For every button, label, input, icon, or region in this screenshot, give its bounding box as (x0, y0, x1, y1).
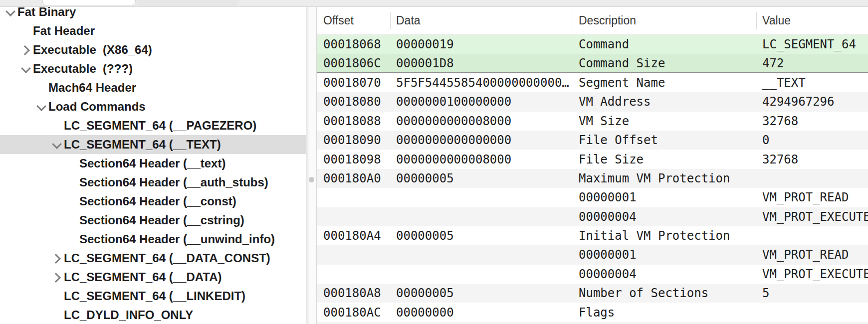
tree-item[interactable]: Section64 Header (__text) (0, 154, 306, 173)
app-window: Fat BinaryFat HeaderExecutable (X86_64)E… (0, 0, 868, 324)
column-header-description[interactable]: Description (573, 14, 756, 27)
tree-item[interactable]: Section64 Header (__auth_stubs) (0, 173, 306, 192)
no-chevron (51, 287, 64, 306)
cell-description: File Offset (573, 133, 756, 147)
tree-item[interactable]: LC_SEGMENT_64 (__PAGEZERO) (0, 116, 306, 135)
cell-description: VM Address (573, 95, 756, 109)
column-header-offset[interactable]: Offset (317, 14, 390, 27)
table-row[interactable]: 000180A000000005Maximum VM Protection (317, 169, 868, 188)
cell-value: 4294967296 (756, 95, 868, 109)
cell-description: Command Size (573, 56, 756, 70)
cell-description: Number of Sections (573, 286, 756, 300)
table-row[interactable]: 000180705F5F5445585400000000000…Segment … (317, 73, 868, 92)
cell-description: VM Size (573, 114, 756, 128)
table-row[interactable]: 000180800000000100000000VM Address429496… (317, 92, 868, 111)
column-header-value[interactable]: Value (756, 14, 868, 27)
chevron-right-icon[interactable] (51, 249, 64, 268)
cell-data: 00000005 (390, 286, 573, 300)
column-separator[interactable] (390, 12, 391, 29)
cell-value: VM_PROT_READ (756, 190, 868, 204)
table-row[interactable]: 000180A400000005Initial VM Protection (317, 226, 868, 245)
cell-data: 0000000100000000 (390, 95, 573, 109)
chevron-down-icon[interactable] (20, 59, 33, 78)
tree-item-label: Section64 Header (__unwind_info) (79, 232, 275, 246)
tree-item[interactable]: Executable (???) (0, 59, 306, 78)
table-row[interactable]: 000180980000000000008000File Size32768 (317, 150, 868, 168)
column-separator[interactable] (756, 12, 757, 29)
no-chevron (20, 21, 33, 40)
column-header-data[interactable]: Data (390, 14, 573, 27)
table-row[interactable]: 000180880000000000008000VM Size32768 (317, 112, 868, 131)
detail-table: OffsetDataDescriptionValue 0001806800000… (317, 7, 868, 324)
table-body: 0001806800000019CommandLC_SEGMENT_640001… (317, 35, 868, 322)
cell-value: 5 (756, 286, 868, 300)
cell-value: 0 (756, 133, 868, 147)
tree-item-label: Executable (X86_64) (33, 43, 152, 57)
tree-item-label: Section64 Header (__auth_stubs) (79, 175, 268, 189)
cell-offset: 00018098 (317, 153, 390, 166)
chevron-down-icon[interactable] (35, 97, 48, 116)
tree-item[interactable]: Section64 Header (__unwind_info) (0, 230, 306, 249)
split-divider[interactable] (306, 7, 317, 324)
no-chevron (66, 211, 79, 230)
cell-description: Flags (573, 306, 756, 320)
tree-item-label: Fat Header (33, 24, 95, 38)
chevron-right-icon[interactable] (51, 268, 64, 287)
tree-item-label: Section64 Header (__text) (79, 157, 225, 170)
cell-data: 000001D8 (390, 56, 573, 70)
tree-item-label: LC_SEGMENT_64 (__TEXT) (64, 138, 221, 152)
table-row[interactable]: 00000004VM_PROT_EXECUTE (317, 265, 868, 284)
cell-offset: 000180A4 (317, 229, 390, 243)
tree-item[interactable]: LC_SEGMENT_64 (__DATA_CONST) (0, 249, 306, 268)
tree-item[interactable]: Fat Header (0, 21, 306, 40)
tree-item[interactable]: Section64 Header (__cstring) (0, 211, 306, 230)
tree-item-selected[interactable]: LC_SEGMENT_64 (__TEXT) (0, 135, 306, 154)
tree-item-label: Executable (???) (33, 62, 133, 76)
no-chevron (51, 116, 64, 135)
no-chevron (66, 192, 79, 211)
cell-data: 5F5F5445585400000000000… (390, 76, 573, 90)
table-row[interactable]: 000180A800000005Number of Sections5 (317, 284, 868, 303)
no-chevron (66, 230, 79, 249)
cell-offset: 000180AC (317, 306, 390, 320)
tab-active[interactable] (42, 0, 136, 6)
column-separator[interactable] (573, 12, 573, 29)
cell-offset: 000180A0 (317, 171, 390, 185)
cell-data: 00000000 (390, 306, 573, 320)
tree-item[interactable]: Section64 Header (__const) (0, 192, 306, 211)
tree-item-label: LC_DYLD_INFO_ONLY (64, 308, 193, 322)
splitter-handle-icon[interactable] (309, 177, 314, 182)
tree-item[interactable]: LC_SEGMENT_64 (__LINKEDIT) (0, 287, 306, 306)
cell-offset: 00018070 (317, 76, 390, 90)
cell-offset: 0001806C (317, 56, 390, 70)
table-row[interactable]: 000180900000000000000000File Offset0 (317, 131, 868, 150)
tree-item[interactable]: Load Commands (0, 97, 306, 116)
chevron-down-icon[interactable] (4, 7, 17, 21)
tree-item[interactable]: Fat Binary (0, 7, 306, 21)
tree-item[interactable]: LC_DYLD_INFO_ONLY (0, 306, 306, 324)
cell-description: Segment Name (573, 76, 756, 90)
cell-data: 00000019 (390, 37, 573, 51)
tree-item-label: LC_SEGMENT_64 (__LINKEDIT) (64, 289, 245, 303)
tree-item[interactable]: Mach64 Header (0, 78, 306, 97)
no-chevron (35, 78, 48, 97)
cell-value: 32768 (756, 153, 868, 166)
table-row[interactable]: 00000001VM_PROT_READ (317, 188, 868, 207)
tab-inactive[interactable] (136, 0, 239, 6)
table-row[interactable]: 000180AC00000000Flags (317, 303, 868, 322)
chevron-right-icon[interactable] (20, 40, 33, 59)
tab-bar (0, 0, 868, 7)
no-chevron (51, 306, 64, 324)
table-row[interactable]: 0001806800000019CommandLC_SEGMENT_64 (317, 35, 868, 54)
tree-item[interactable]: LC_SEGMENT_64 (__DATA) (0, 268, 306, 287)
table-row[interactable]: 0001806C000001D8Command Size472 (317, 54, 868, 73)
cell-data: 0000000000008000 (390, 153, 573, 166)
cell-offset: 00018088 (317, 114, 390, 128)
tree-item[interactable]: Executable (X86_64) (0, 40, 306, 59)
table-row[interactable]: 00000001VM_PROT_READ (317, 245, 868, 264)
tree-item-label: Load Commands (48, 100, 146, 114)
tree-item-label: Section64 Header (__cstring) (79, 213, 244, 227)
table-row[interactable]: 00000004VM_PROT_EXECUTE (317, 207, 868, 226)
chevron-down-icon[interactable] (51, 135, 64, 154)
cell-data: 00000005 (390, 229, 573, 243)
